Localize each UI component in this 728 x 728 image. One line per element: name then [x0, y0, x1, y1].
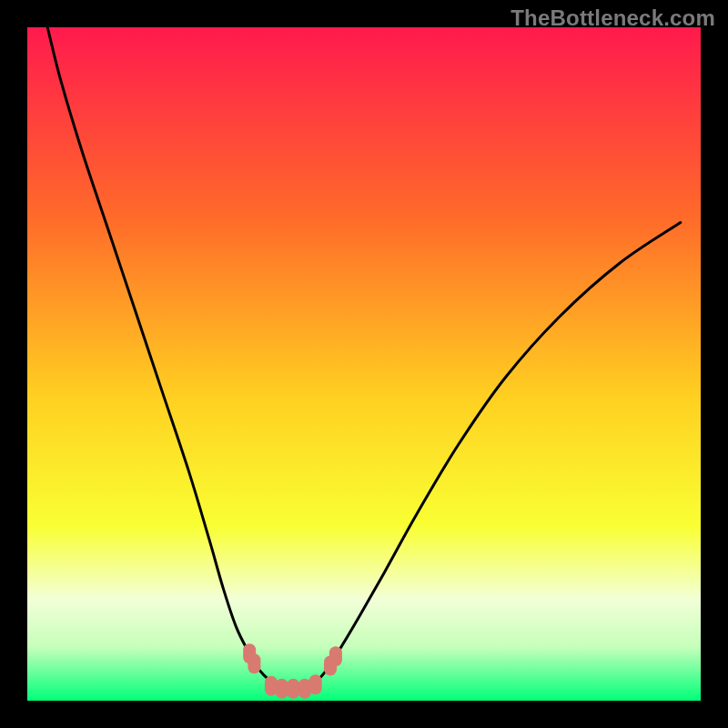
- highlight-marker: [248, 653, 260, 673]
- watermark-text: TheBottleneck.com: [511, 5, 715, 31]
- bottleneck-chart: [0, 0, 728, 728]
- highlight-marker: [287, 679, 299, 699]
- gradient-background: [27, 27, 701, 701]
- highlight-marker: [309, 674, 322, 694]
- chart-frame: TheBottleneck.com: [0, 0, 728, 728]
- highlight-marker: [329, 646, 342, 666]
- highlight-marker: [276, 679, 288, 699]
